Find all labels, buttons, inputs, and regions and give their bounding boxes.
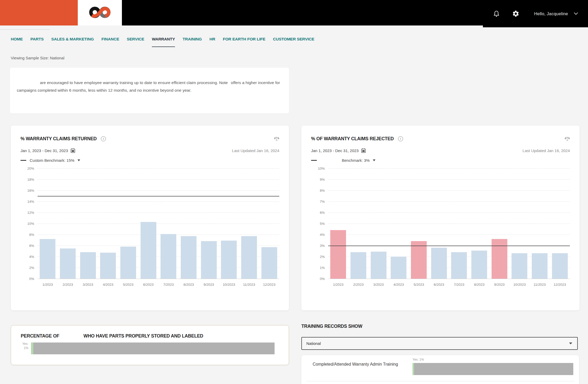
y-axis-label: 0% (311, 277, 325, 281)
bar (492, 239, 507, 279)
y-axis-label: 2% (20, 266, 34, 270)
y-axis-label: 10% (20, 222, 34, 226)
region-select-value: National (306, 341, 321, 346)
bar-slot (409, 168, 429, 279)
logo-box (78, 0, 122, 25)
y-axis-label: 6% (311, 211, 325, 215)
y-axis-label: 8% (311, 189, 325, 193)
tab-home[interactable]: HOME (11, 37, 23, 47)
y-axis-label: 8% (20, 233, 34, 237)
y-axis-label: 3% (311, 244, 325, 248)
tab-warranty[interactable]: WARRANTY (152, 37, 175, 47)
last-updated-label: Last Updated Jan 16, 2024 (523, 148, 570, 153)
benchmark-selector[interactable]: Benchmark: 3% (317, 158, 375, 163)
bar-slot (158, 168, 179, 279)
yes-percentage-bar (412, 363, 573, 375)
bar-slot (328, 168, 348, 279)
bar (181, 236, 197, 279)
grid-line (328, 279, 570, 279)
tab-finance[interactable]: FINANCE (101, 37, 119, 47)
bar-series (38, 168, 279, 279)
x-axis-label: 4/2023 (389, 283, 409, 287)
bar (471, 251, 487, 279)
info-icon[interactable]: i (398, 136, 403, 141)
bar (221, 241, 237, 279)
bar (411, 241, 427, 279)
y-axis-label: 0% (20, 277, 34, 281)
bar-slot (118, 168, 138, 279)
bar (512, 253, 527, 279)
bar-label: Yes: 1% (11, 342, 28, 350)
x-axis-label: 3/2023 (368, 283, 389, 287)
y-axis-label: 10% (311, 167, 325, 170)
date-range: Jan 1, 2023 - Dec 31, 2023 (311, 148, 359, 153)
notice-text: are encouraged to have employee warranty… (17, 79, 281, 94)
grid-line (38, 279, 279, 279)
x-axis-label: 3/2023 (78, 283, 98, 287)
y-axis-label: 16% (20, 189, 34, 193)
x-axis-label: 10/2023 (219, 283, 239, 287)
claims-returned-chart: 0%2%4%6%8%10%12%14%16%18%20%1/20232/2023… (20, 166, 279, 292)
y-axis-label: 14% (20, 200, 34, 204)
benchmark-scale-icon[interactable] (565, 136, 570, 141)
y-axis-label: 9% (311, 178, 325, 181)
calendar-icon[interactable] (71, 148, 75, 153)
x-axis-label: 12/2023 (259, 283, 279, 287)
storage-card-title: PERCENTAGE OFWHO HAVE PARTS PROPERLY STO… (21, 333, 203, 339)
bar (532, 253, 548, 279)
user-greeting[interactable]: Hello, Jacqueline (534, 11, 568, 16)
y-axis-label: 7% (311, 200, 325, 204)
header-underline (0, 29, 50, 30)
tab-for-earth-for-life[interactable]: FOR EARTH FOR LIFE (223, 37, 265, 47)
calendar-icon[interactable] (361, 148, 366, 153)
caret-down-icon (373, 159, 375, 161)
bar (350, 252, 366, 279)
x-axis-labels: 1/20232/20233/20234/20235/20236/20237/20… (328, 283, 570, 287)
gear-icon[interactable] (512, 10, 519, 17)
tab-service[interactable]: SERVICE (127, 37, 144, 47)
bar-slot (509, 168, 530, 279)
x-axis-label: 12/2023 (550, 283, 570, 287)
bar (552, 253, 568, 279)
tab-customer-service[interactable]: CUSTOMER SERVICE (273, 37, 314, 47)
card-title: % WARRANTY CLAIMS RETURNED (20, 136, 97, 142)
tab-training[interactable]: TRAINING (183, 37, 202, 47)
claims-rejected-card: % OF WARRANTY CLAIMS REJECTED i Jan 1, 2… (301, 126, 580, 310)
header-actions: Hello, Jacqueline (483, 0, 588, 27)
bar-slot (138, 168, 158, 279)
y-axis-label: 18% (20, 178, 34, 181)
x-axis-label: 9/2023 (489, 283, 509, 287)
tab-parts[interactable]: PARTS (30, 37, 44, 47)
x-axis-label: 5/2023 (118, 283, 138, 287)
notice-card: are encouraged to have employee warranty… (10, 68, 289, 113)
bar (120, 247, 136, 279)
bar-segment-rest (414, 363, 573, 375)
benchmark-line (328, 246, 570, 246)
tab-hr[interactable]: HR (209, 37, 215, 47)
tab-sales-marketing[interactable]: SALES & MARKETING (51, 37, 94, 47)
infinity-logo-icon (89, 6, 111, 20)
card-title: % OF WARRANTY CLAIMS REJECTED (311, 136, 394, 142)
bar-slot (179, 168, 199, 279)
benchmark-scale-icon[interactable] (274, 136, 279, 141)
region-select[interactable]: National (301, 337, 578, 350)
x-axis-label: 7/2023 (158, 283, 179, 287)
benchmark-selector[interactable]: Custom Benchmark: 15% (26, 158, 80, 163)
parts-storage-card: PERCENTAGE OFWHO HAVE PARTS PROPERLY STO… (11, 325, 289, 365)
bar-slot (98, 168, 118, 279)
x-axis-label: 8/2023 (179, 283, 199, 287)
primary-nav: HOMEPARTSSALES & MARKETINGFINANCESERVICE… (11, 37, 314, 47)
sample-size-label: Viewing Sample Size: National (11, 56, 64, 60)
x-axis-label: 10/2023 (509, 283, 530, 287)
info-icon[interactable]: i (101, 136, 106, 141)
chevron-down-icon[interactable] (574, 12, 578, 15)
x-axis-label: 11/2023 (530, 283, 550, 287)
bar-segment-rest (33, 343, 275, 354)
x-axis-label: 1/2023 (328, 283, 348, 287)
bar-slot (469, 168, 489, 279)
bar-slot (489, 168, 509, 279)
bar-slot (239, 168, 259, 279)
bell-icon[interactable] (493, 10, 500, 18)
x-axis-label: 5/2023 (409, 283, 429, 287)
bar-segment-yes (31, 343, 33, 354)
